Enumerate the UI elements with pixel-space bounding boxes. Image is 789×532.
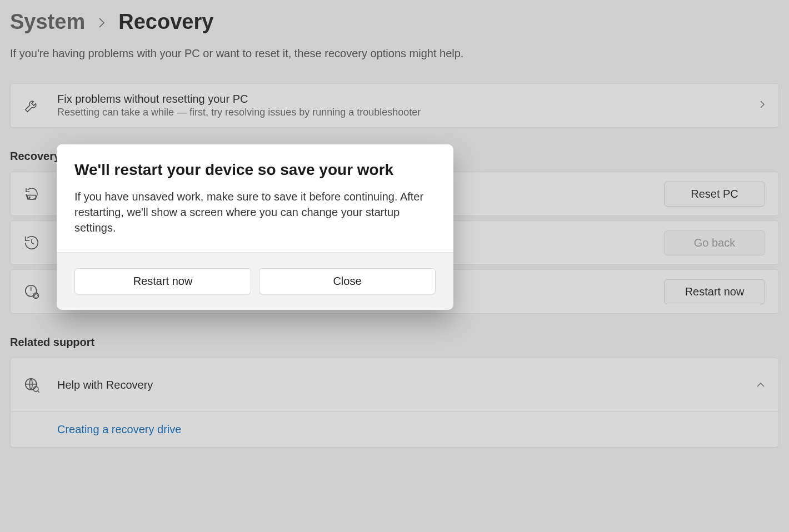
dialog-close-button[interactable]: Close [259,268,436,294]
dialog-body-text: If you have unsaved work, make sure to s… [74,189,436,235]
dialog-restart-now-button[interactable]: Restart now [74,268,251,294]
dialog-footer: Restart now Close [57,252,453,310]
restart-confirm-dialog: We'll restart your device so save your w… [57,144,453,310]
dialog-title: We'll restart your device so save your w… [74,161,436,179]
